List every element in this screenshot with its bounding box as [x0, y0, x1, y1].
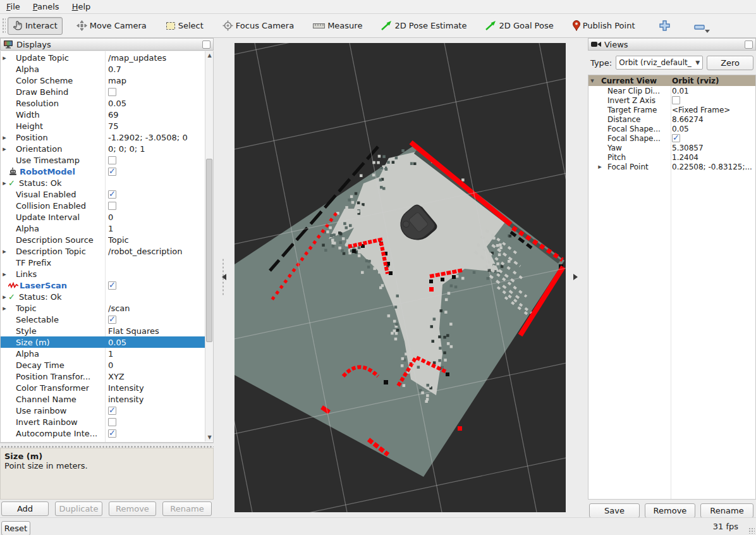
views-row-current-view[interactable]: ▾Current ViewOrbit (rviz)	[588, 75, 755, 86]
expand-arrow-icon[interactable]: ▸	[1, 304, 8, 312]
tool-2d-pose-estimate[interactable]: 2D Pose Estimate	[376, 17, 472, 34]
displays-scrollbar[interactable]: ▲ ▼	[205, 51, 213, 441]
property-value[interactable]: 8.66274	[672, 115, 704, 124]
scrollbar-thumb[interactable]	[206, 159, 212, 342]
checkbox-on[interactable]	[108, 429, 116, 438]
remove-button[interactable]: Remove	[645, 503, 695, 518]
toolbar-drag-handle[interactable]	[2, 18, 6, 34]
checkbox-off[interactable]	[672, 96, 680, 104]
displays-row-links[interactable]: ▸Links	[1, 268, 213, 280]
displays-row-width[interactable]: Width69	[1, 109, 213, 120]
displays-row-collision-enabled[interactable]: Collision Enabled	[1, 200, 213, 211]
property-value[interactable]: Topic	[108, 235, 129, 245]
displays-row-autocompute-inte[interactable]: Autocompute Inte...	[1, 427, 213, 439]
property-value[interactable]: 1	[108, 224, 113, 233]
property-value[interactable]: intensity	[108, 395, 143, 404]
property-value[interactable]: XYZ	[108, 372, 125, 381]
displays-row-decay-time[interactable]: Decay Time0	[1, 359, 213, 371]
property-value[interactable]: 1.2404	[672, 153, 698, 162]
checkbox-on[interactable]	[108, 190, 116, 199]
remove-tool-button[interactable]	[691, 18, 708, 34]
views-type-combobox[interactable]: Orbit (rviz_default_ ▼	[616, 56, 703, 70]
displays-row-status-ok[interactable]: ▸✓Status: Ok	[1, 291, 213, 302]
menu-help[interactable]: Help	[66, 1, 97, 13]
displays-row-visual-enabled[interactable]: Visual Enabled	[1, 188, 213, 200]
checkbox-on[interactable]	[108, 407, 116, 415]
property-value[interactable]: 0; 0; 0; 1	[108, 144, 145, 154]
displays-row-use-rainbow[interactable]: Use rainbow	[1, 405, 213, 416]
displays-row-update-topic[interactable]: ▸Update Topic/map_updates	[1, 52, 213, 63]
checkbox-off[interactable]	[108, 156, 116, 164]
checkbox-on[interactable]	[108, 168, 116, 176]
property-value[interactable]: 0.22508; -0.83125;...	[672, 163, 752, 171]
displays-row-size-m[interactable]: Size (m)0.05	[1, 336, 213, 348]
displays-row-color-transformer[interactable]: Color TransformerIntensity	[1, 382, 213, 393]
tool-focus-camera[interactable]: Focus Camera	[217, 16, 299, 35]
expand-arrow-icon[interactable]: ▸	[1, 270, 8, 278]
zero-button[interactable]: Zero	[707, 56, 753, 70]
expand-arrow-icon[interactable]: ▸	[1, 247, 8, 255]
views-row-distance[interactable]: Distance8.66274	[588, 114, 755, 124]
save-button[interactable]: Save	[589, 503, 640, 518]
displays-row-alpha[interactable]: Alpha1	[1, 223, 213, 234]
displays-row-style[interactable]: StyleFlat Squares	[1, 325, 213, 336]
displays-row-draw-behind[interactable]: Draw Behind	[1, 86, 213, 97]
views-row-near-clip-di[interactable]: Near Clip Di...0.01	[588, 86, 755, 95]
render-viewport[interactable]	[235, 43, 566, 512]
expand-arrow-icon[interactable]: ▸	[596, 163, 604, 171]
scroll-down-icon[interactable]: ▼	[205, 433, 214, 441]
views-property-tree[interactable]: ▾Current ViewOrbit (rviz)Near Clip Di...…	[588, 75, 756, 500]
tool-2d-goal-pose[interactable]: 2D Goal Pose	[480, 17, 558, 34]
views-row-yaw[interactable]: Yaw5.30857	[588, 143, 755, 152]
property-value[interactable]: <Fixed Frame>	[672, 106, 730, 114]
views-row-focal-point[interactable]: ▸Focal Point0.22508; -0.83125;...	[588, 162, 755, 171]
checkbox-on[interactable]	[108, 316, 116, 324]
property-value[interactable]: 0.01	[672, 87, 689, 95]
property-value[interactable]: 5.30857	[672, 144, 704, 152]
views-panel-header[interactable]: Views	[588, 38, 756, 51]
displays-row-tf-prefix[interactable]: TF Prefix	[1, 257, 213, 268]
displays-row-resolution[interactable]: Resolution0.05	[1, 97, 213, 109]
views-row-target-frame[interactable]: Target Frame<Fixed Frame>	[588, 105, 755, 114]
views-row-invert-z-axis[interactable]: Invert Z Axis	[588, 95, 755, 105]
resize-grip[interactable]	[748, 527, 755, 534]
property-value[interactable]: 75	[108, 121, 119, 131]
add-button[interactable]: Add	[1, 501, 49, 516]
expand-arrow-icon[interactable]: ▸	[1, 179, 8, 187]
menu-panels[interactable]: Panels	[27, 1, 66, 13]
displays-row-alpha[interactable]: Alpha0.7	[1, 63, 213, 75]
displays-row-height[interactable]: Height75	[1, 120, 213, 132]
property-value[interactable]: /robot_description	[108, 247, 182, 256]
displays-row-invert-rainbow[interactable]: Invert Rainbow	[1, 416, 213, 427]
tool-move-camera[interactable]: Move Camera	[71, 16, 152, 35]
displays-row-color-scheme[interactable]: Color Schememap	[1, 75, 213, 86]
displays-row-topic[interactable]: ▸Topic/scan	[1, 302, 213, 314]
displays-row-robotmodel[interactable]: RobotModel	[1, 166, 213, 177]
displays-row-laserscan[interactable]: LaserScan	[1, 280, 213, 291]
property-value[interactable]: Intensity	[108, 383, 144, 393]
property-value[interactable]: 0.05	[108, 338, 126, 347]
displays-row-use-timestamp[interactable]: Use Timestamp	[1, 154, 213, 166]
tool-publish-point[interactable]: Publish Point	[568, 16, 640, 35]
displays-property-tree[interactable]: ▸Update Topic/map_updatesAlpha0.7Color S…	[0, 51, 214, 443]
property-value[interactable]: map	[108, 76, 126, 85]
checkbox-off[interactable]	[108, 202, 116, 210]
views-row-focal-shape[interactable]: Focal Shape...	[588, 133, 755, 143]
reset-button[interactable]: Reset	[1, 521, 30, 535]
views-dock-button[interactable]	[745, 40, 753, 49]
tool-measure[interactable]: Measure	[308, 17, 367, 34]
add-tool-button[interactable]	[656, 16, 673, 35]
property-value[interactable]: 0.05	[672, 125, 689, 133]
tool-select[interactable]: Select	[161, 17, 209, 35]
checkbox-on[interactable]	[672, 134, 680, 142]
displays-row-selectable[interactable]: Selectable	[1, 314, 213, 325]
expand-arrow-icon[interactable]: ▸	[1, 54, 8, 62]
checkbox-off[interactable]	[108, 88, 116, 96]
displays-panel-header[interactable]: Displays	[0, 38, 214, 51]
displays-row-orientation[interactable]: ▸Orientation0; 0; 0; 1	[1, 143, 213, 154]
displays-row-update-interval[interactable]: Update Interval0	[1, 211, 213, 223]
checkbox-on[interactable]	[108, 281, 116, 290]
property-value[interactable]: -1.2902; -3.0508; 0	[108, 133, 188, 142]
displays-row-description-source[interactable]: Description SourceTopic	[1, 234, 213, 245]
property-value[interactable]: Flat Squares	[108, 326, 159, 336]
